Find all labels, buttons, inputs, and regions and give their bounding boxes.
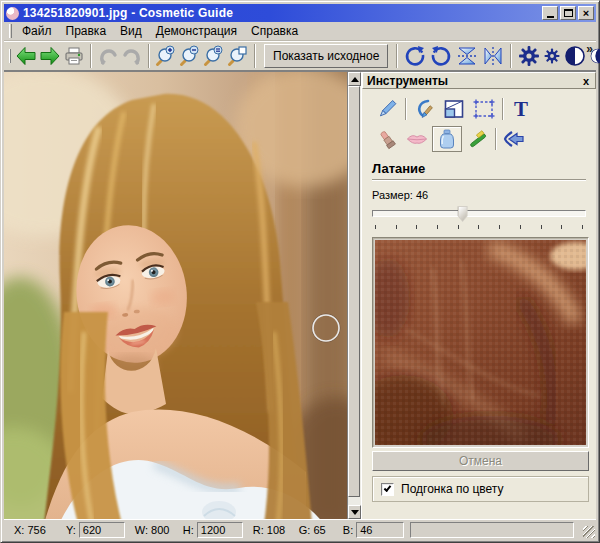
status-r: R: 108 xyxy=(253,524,295,536)
undo-button[interactable] xyxy=(96,43,120,69)
lips-icon xyxy=(405,127,429,151)
nav-forward-button[interactable] xyxy=(38,43,62,69)
status-w: W: 800 xyxy=(135,524,179,536)
palette-separator xyxy=(495,128,496,150)
toolbar-separator xyxy=(396,44,398,68)
maximize-button[interactable] xyxy=(560,6,576,20)
tools-panel: Инструменты x xyxy=(361,72,596,519)
scroll-down-button[interactable] xyxy=(348,505,361,519)
tools-panel-body: T xyxy=(362,89,596,519)
maximize-icon xyxy=(564,9,573,17)
rotate-cw-button[interactable] xyxy=(402,43,428,69)
flip-vertical-button[interactable] xyxy=(454,43,480,69)
patch-icon xyxy=(435,127,459,151)
color-fit-checkbox[interactable] xyxy=(381,483,394,496)
back-arrow-tool-button[interactable] xyxy=(499,126,529,152)
zoom-in-icon xyxy=(155,45,177,67)
size-slider[interactable] xyxy=(372,205,586,223)
status-y-value: 620 xyxy=(79,522,125,538)
scroll-up-icon xyxy=(351,77,359,82)
flip-horizontal-button[interactable] xyxy=(480,43,506,69)
color-fit-group: Подгонка по цвету xyxy=(372,476,589,502)
nav-back-button[interactable] xyxy=(14,43,38,69)
window-title: 134251820901.jpg - Cosmetic Guide xyxy=(23,6,538,20)
lipstick-tool-button[interactable] xyxy=(372,126,402,152)
texture-image xyxy=(375,240,586,445)
menu-help[interactable]: Справка xyxy=(244,22,305,40)
toolbar-overflow-chevron[interactable]: » xyxy=(586,42,593,56)
scroll-up-button[interactable] xyxy=(348,72,361,86)
contrast-large-icon xyxy=(563,44,587,68)
zoom-in-button[interactable] xyxy=(154,43,178,69)
menubar-grip[interactable] xyxy=(9,24,12,38)
redo-button[interactable] xyxy=(120,43,144,69)
scroll-down-icon xyxy=(351,510,359,515)
back-arrow-icon xyxy=(502,127,526,151)
toolbar-grip[interactable] xyxy=(9,49,11,63)
gear-large-icon xyxy=(517,44,541,68)
status-h-label: H: xyxy=(183,524,194,536)
image-canvas[interactable] xyxy=(4,72,347,519)
statusbar: X: 756 Y: 620 W: 800 H: 1200 R: 108 G: 6… xyxy=(4,519,596,539)
settings-gear-large-button[interactable] xyxy=(516,43,542,69)
section-title: Латание xyxy=(372,161,586,176)
panel-close-button[interactable]: x xyxy=(581,75,591,87)
toolbar-separator xyxy=(254,44,256,68)
menubar: Файл Правка Вид Демонстрация Справка xyxy=(4,22,596,41)
text-tool-button[interactable]: T xyxy=(506,96,536,122)
show-original-button[interactable]: Показать исходное xyxy=(264,44,388,68)
app-window: 134251820901.jpg - Cosmetic Guide × Файл… xyxy=(0,0,600,543)
zoom-actual-icon xyxy=(227,45,249,67)
slider-track[interactable] xyxy=(372,210,586,217)
brush-icon xyxy=(412,97,436,121)
menu-edit[interactable]: Правка xyxy=(59,22,114,40)
gear-small-icon xyxy=(543,47,561,65)
status-progress-panel xyxy=(410,522,574,538)
svg-text:T: T xyxy=(514,97,528,121)
close-icon: × xyxy=(583,8,589,18)
grid-tool-button[interactable] xyxy=(469,96,499,122)
status-x: X: 756 xyxy=(14,524,62,536)
tools-panel-header: Инструменты x xyxy=(362,72,596,89)
slider-ticks xyxy=(375,225,583,229)
canvas-vertical-scrollbar[interactable] xyxy=(347,72,361,519)
resize-grip[interactable] xyxy=(583,526,595,538)
scroll-thumb[interactable] xyxy=(348,86,360,497)
zoom-fit-button[interactable] xyxy=(202,43,226,69)
menu-view[interactable]: Вид xyxy=(113,22,149,40)
zoom-out-button[interactable] xyxy=(178,43,202,69)
redo-icon xyxy=(121,45,143,67)
status-g: G: 65 xyxy=(299,524,335,536)
status-y-label: Y: xyxy=(66,524,76,536)
app-icon xyxy=(6,7,19,20)
print-button[interactable] xyxy=(62,43,86,69)
status-h-value: 1200 xyxy=(197,522,243,538)
close-button[interactable]: × xyxy=(578,6,594,20)
brush-tool-button[interactable] xyxy=(409,96,439,122)
crop-tool-button[interactable] xyxy=(439,96,469,122)
settings-gear-small-button[interactable] xyxy=(542,43,562,69)
slider-thumb[interactable] xyxy=(458,206,468,222)
lipstick-icon xyxy=(375,127,399,151)
patch-tool-button[interactable] xyxy=(432,126,462,152)
minimize-button[interactable] xyxy=(542,6,558,20)
toolbar-separator xyxy=(510,44,512,68)
pen-tool-button[interactable] xyxy=(372,96,402,122)
print-icon xyxy=(63,45,85,67)
minimize-icon xyxy=(547,16,554,18)
text-icon: T xyxy=(509,97,533,121)
toothbrush-tool-button[interactable] xyxy=(462,126,492,152)
contrast-large-button[interactable] xyxy=(562,43,588,69)
rotate-cw-icon xyxy=(403,44,427,68)
undo-icon xyxy=(97,45,119,67)
size-label: Размер: 46 xyxy=(372,189,586,201)
rotate-ccw-icon xyxy=(429,44,453,68)
zoom-actual-button[interactable] xyxy=(226,43,250,69)
lips-tool-button[interactable] xyxy=(402,126,432,152)
menu-demo[interactable]: Демонстрация xyxy=(149,22,244,40)
main-content: Инструменты x xyxy=(4,71,596,519)
cancel-button[interactable]: Отмена xyxy=(372,451,589,471)
rotate-ccw-button[interactable] xyxy=(428,43,454,69)
menu-file[interactable]: Файл xyxy=(15,22,59,40)
toolbar-separator xyxy=(148,44,150,68)
